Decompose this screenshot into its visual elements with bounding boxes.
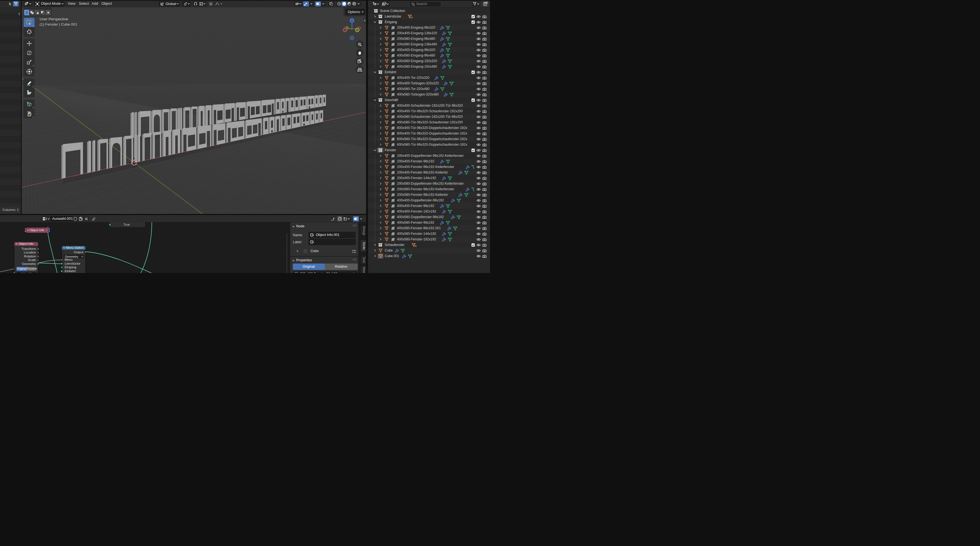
svg-text:Z: Z	[351, 19, 353, 22]
